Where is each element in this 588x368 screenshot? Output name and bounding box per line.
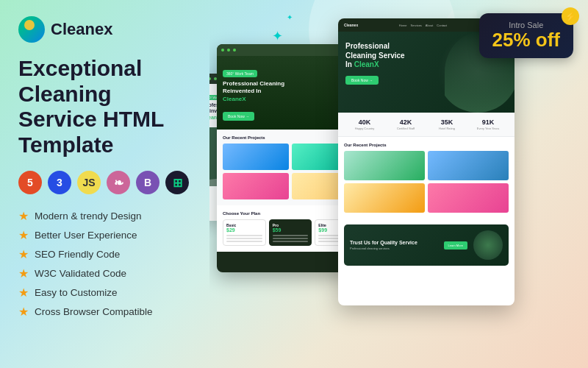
- sparkle-icon-1: ✦: [272, 28, 283, 44]
- sr-stat-2: 42K Certified Staff: [385, 118, 426, 130]
- feature-label-3: SEO Friendly Code: [35, 249, 120, 260]
- feature-item-4: ★ W3C Validated Code: [18, 266, 191, 280]
- feature-label-1: Modern & trendy Design: [35, 210, 142, 222]
- features-list: ★ Modern & trendy Design ★ Better User E…: [18, 209, 191, 319]
- feature-item-6: ★ Cross Browser Compatible: [18, 305, 191, 319]
- sr-stat-label-2: Certified Staff: [385, 127, 426, 130]
- mid-plan-dots-1: [226, 235, 262, 242]
- sr-section-title: Our Recent Projects: [344, 143, 509, 147]
- feature-label-6: Cross Browser Compatible: [35, 306, 153, 317]
- feature-item-1: ★ Modern & trendy Design: [18, 209, 191, 223]
- sr-stat-1: 40K Happy Country: [344, 118, 385, 130]
- badge-figma: ⊞: [165, 171, 189, 194]
- feature-item-2: ★ Better User Experience: [18, 228, 191, 242]
- sr-stat-num-3: 35K: [426, 118, 467, 126]
- sr-stat-label-1: Happy Country: [344, 127, 385, 130]
- sr-nav-links: Home Services About Contact: [399, 24, 447, 27]
- sr-proj-2: [428, 151, 509, 180]
- mid-proj-3: [223, 173, 289, 199]
- left-panel: Cleanex Exceptional Cleaning Service HTM…: [0, 0, 209, 368]
- lightning-icon: ⚡: [562, 7, 579, 25]
- sr-stat-3: 35K Hotel Rating: [426, 118, 467, 130]
- badge-bootstrap: B: [136, 171, 159, 194]
- sr-proj-1: [344, 151, 425, 180]
- badge-figma-icon: ⊞: [173, 176, 182, 190]
- sr-quality-title: Trust Us for Quality Service: [350, 240, 438, 245]
- badge-css3: 3: [48, 171, 71, 194]
- badge-sass-icon: ❧: [114, 176, 123, 190]
- mid-plan-2: Pro $59: [269, 219, 312, 246]
- sparkle-icon-2: ✦: [287, 13, 293, 21]
- sr-nav-link-2: Services: [411, 24, 422, 27]
- mid-plan-price-2: $59: [273, 227, 309, 233]
- logo-icon: [18, 16, 45, 43]
- sr-quality: Trust Us for Quality Service Professiona…: [344, 224, 509, 266]
- sale-percent-text: 25% off: [492, 29, 560, 51]
- feature-label-5: Easy to Customize: [35, 287, 118, 298]
- feature-item-3: ★ SEO Friendly Code: [18, 247, 191, 261]
- sr-stat-4: 91K Every Year Srvcs: [467, 118, 509, 130]
- star-icon-3: ★: [18, 247, 29, 261]
- sr-proj-3: [344, 183, 425, 213]
- mid-proj-1: [223, 144, 289, 170]
- feature-label-4: W3C Validated Code: [35, 268, 126, 279]
- logo-name: Cleanex: [51, 20, 112, 39]
- sr-hero-btn: Book Now →: [345, 76, 379, 85]
- mid-plan-1: Basic $29: [223, 219, 266, 246]
- sr-stat-num-4: 91K: [467, 118, 509, 126]
- sr-logo: Cleanex: [344, 23, 358, 27]
- screenshot-right: Cleanex Home Services About Contact Book…: [338, 18, 514, 305]
- logo-globe: [18, 16, 45, 43]
- badge-html5-label: 5: [27, 177, 33, 188]
- sr-stats: 40K Happy Country 42K Certified Staff 35…: [338, 113, 514, 137]
- mid-plan-price-1: $29: [226, 227, 262, 233]
- badge-js: JS: [77, 171, 101, 194]
- sr-stat-label-4: Every Year Srvcs: [467, 127, 509, 130]
- tech-badges: 5 3 JS ❧ B ⊞: [18, 171, 191, 194]
- badge-css3-label: 3: [57, 177, 62, 188]
- mid-hero-cta: Book Now →: [223, 112, 254, 121]
- mid-plan-dots-2: [273, 235, 309, 242]
- badge-sass: ❧: [107, 171, 130, 194]
- sr-quality-img: [473, 230, 503, 260]
- badge-bootstrap-label: B: [144, 177, 151, 188]
- star-icon-5: ★: [18, 286, 29, 300]
- nav-dot: [227, 49, 230, 52]
- sr-stat-num-1: 40K: [344, 118, 385, 126]
- feature-label-2: Better User Experience: [35, 230, 137, 241]
- sr-nav-link-3: About: [426, 24, 433, 27]
- logo-area: Cleanex: [18, 16, 191, 43]
- sr-stat-label-3: Hotel Rating: [426, 127, 467, 130]
- sr-projects: [344, 151, 509, 213]
- sr-nav-link-4: Contact: [437, 24, 447, 27]
- sale-badge: ⚡ Intro Sale 25% off: [479, 13, 573, 58]
- sr-proj-4: [428, 183, 509, 213]
- badge-html5: 5: [18, 171, 42, 194]
- badge-js-label: JS: [82, 177, 95, 188]
- sr-quality-text: Trust Us for Quality Service Professiona…: [350, 240, 438, 250]
- nav-dot: [233, 49, 236, 52]
- mid-hero-badge: 360° Work Team: [223, 70, 257, 77]
- main-title: Exceptional Cleaning Service HTML Templa…: [18, 56, 191, 158]
- star-icon-4: ★: [18, 266, 29, 280]
- sr-section: Our Recent Projects: [338, 137, 514, 224]
- sr-nav-link-1: Home: [399, 24, 407, 27]
- sr-stat-num-2: 42K: [385, 118, 426, 126]
- sr-hero-text: ProfessionalCleaning ServiceIn CleanX: [345, 42, 434, 70]
- sr-quality-sub: Professional cleaning services: [350, 247, 438, 250]
- star-icon-6: ★: [18, 305, 29, 319]
- feature-item-5: ★ Easy to Customize: [18, 286, 191, 300]
- nav-dot: [221, 49, 224, 52]
- sr-quality-btn: Learn More: [444, 241, 467, 250]
- star-icon-1: ★: [18, 209, 29, 223]
- star-icon-2: ★: [18, 228, 29, 242]
